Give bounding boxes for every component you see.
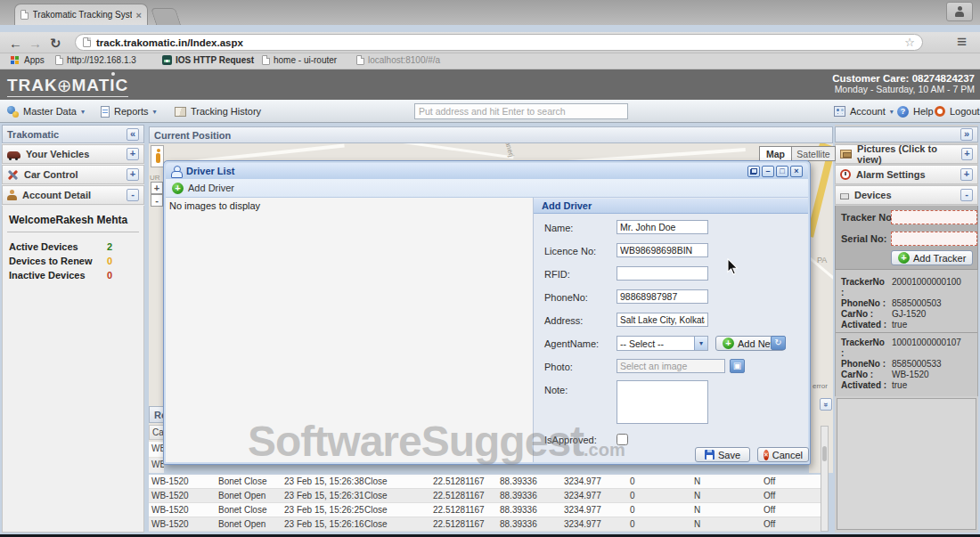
rfid-field[interactable] bbox=[617, 266, 708, 281]
cancel-button[interactable]: ✕ Cancel bbox=[757, 447, 809, 462]
bookmark-item[interactable]: localhost:8100/#/a bbox=[356, 55, 440, 65]
add-tracker-button[interactable]: + Add Tracker bbox=[891, 250, 973, 265]
menu-help[interactable]: ? Help bbox=[897, 103, 934, 119]
new-tab-button[interactable] bbox=[151, 8, 181, 25]
logo-crosshair-icon: ⊕ bbox=[57, 77, 73, 94]
menu-tracking-history[interactable]: Tracking History bbox=[175, 103, 261, 119]
collapse-right-icon[interactable]: » bbox=[960, 128, 973, 141]
tracker-no-label: Tracker No: bbox=[841, 212, 895, 223]
menu-master-data[interactable]: Master Data ▾ bbox=[7, 103, 85, 119]
apps-shortcut[interactable]: Apps bbox=[11, 55, 45, 65]
name-label: Name: bbox=[544, 223, 573, 233]
agent-name-select[interactable]: -- Select -- ▾ bbox=[617, 336, 708, 351]
apps-grid-icon bbox=[11, 56, 14, 60]
bookmark-item[interactable]: http://192.168.1.3 bbox=[55, 55, 136, 65]
empty-panel bbox=[837, 398, 976, 530]
popout-icon[interactable] bbox=[747, 166, 760, 177]
address-field[interactable] bbox=[617, 313, 708, 327]
tools-icon bbox=[7, 169, 19, 181]
tab-close-icon[interactable]: × bbox=[136, 11, 142, 20]
left-sidebar: Trakomatic « Your Vehicles + Car Control… bbox=[2, 125, 144, 533]
browser-tab[interactable]: Trakomatic Tracking Syste × bbox=[14, 4, 148, 25]
alarm-icon bbox=[840, 169, 851, 180]
expand-icon[interactable]: + bbox=[961, 148, 973, 160]
bookmark-item[interactable]: IOS HTTP Request bbox=[162, 55, 254, 65]
map-area[interactable]: anerj bbox=[149, 143, 833, 161]
minimize-icon[interactable]: – bbox=[762, 166, 774, 177]
expand-icon[interactable]: + bbox=[127, 148, 139, 160]
browser-profile-button[interactable] bbox=[946, 2, 973, 21]
lower-panel-header-partial: Re bbox=[149, 406, 164, 423]
grid-cell-partial: WB bbox=[149, 458, 164, 473]
map-view-button[interactable]: Map bbox=[759, 146, 792, 161]
menu-account[interactable]: Account ▾ bbox=[834, 103, 894, 119]
chevron-down-icon: ▾ bbox=[694, 337, 707, 350]
sidebar-item-your-vehicles[interactable]: Your Vehicles + bbox=[2, 144, 144, 164]
pegman-control[interactable] bbox=[151, 145, 164, 167]
collapse-icon[interactable]: - bbox=[960, 189, 973, 201]
table-row[interactable]: WB-1520Bonet Close23 Feb 15, 15:26:38Clo… bbox=[149, 475, 821, 489]
page-icon bbox=[83, 37, 91, 47]
menubar: Master Data ▾ Reports ▾ Tracking History… bbox=[0, 100, 980, 123]
address-bar[interactable]: track.trakomatic.in/Index.aspx ☆ bbox=[75, 34, 923, 51]
screen: Trakomatic Tracking Syste × ← → ↻ track.… bbox=[0, 0, 980, 537]
expand-icon[interactable]: + bbox=[960, 168, 973, 181]
tracker-no-input[interactable] bbox=[891, 210, 977, 224]
stat-value: 0 bbox=[107, 270, 112, 281]
note-field[interactable] bbox=[617, 380, 708, 424]
map-zoom-in-button[interactable]: + bbox=[151, 182, 163, 194]
map-road-label: UR bbox=[150, 174, 160, 182]
menu-reports[interactable]: Reports ▾ bbox=[101, 103, 157, 119]
table-row[interactable]: WB-1520Bonet Open23 Feb 15, 15:26:16Clos… bbox=[149, 517, 821, 532]
scrollbar-thumb[interactable] bbox=[822, 446, 827, 461]
save-button[interactable]: Save bbox=[695, 447, 750, 462]
master-data-icon bbox=[7, 106, 19, 118]
profile-icon bbox=[955, 6, 964, 17]
collapse-icon[interactable]: - bbox=[127, 189, 139, 201]
licence-label: Licence No: bbox=[544, 246, 596, 256]
sidebar-item-car-control[interactable]: Car Control + bbox=[2, 165, 144, 184]
map-search-input[interactable] bbox=[414, 103, 628, 119]
right-sidebar-header: » bbox=[835, 126, 978, 142]
sidebar-item-alarm-settings[interactable]: Alarm Settings + bbox=[835, 165, 978, 184]
add-driver-button[interactable]: Add Driver bbox=[188, 183, 234, 193]
browser-menu-icon[interactable]: ≡ bbox=[957, 32, 967, 52]
photo-field[interactable] bbox=[617, 359, 725, 373]
map-road bbox=[381, 143, 514, 159]
sidebar-item-account-detail[interactable]: Account Detail - bbox=[2, 185, 144, 205]
add-icon: + bbox=[172, 183, 184, 194]
satellite-view-button[interactable]: Satellite bbox=[791, 146, 836, 161]
vertical-scrollbar[interactable] bbox=[821, 426, 829, 532]
licence-field[interactable] bbox=[617, 243, 708, 257]
expand-icon[interactable]: + bbox=[127, 168, 139, 181]
serial-no-input[interactable] bbox=[891, 232, 977, 246]
sidebar-item-pictures[interactable]: Pictures (Click to view) + bbox=[835, 144, 978, 164]
refresh-agents-icon[interactable]: ↻ bbox=[771, 336, 786, 350]
plus-icon: + bbox=[898, 252, 910, 264]
collapse-panel-icon[interactable]: » bbox=[820, 398, 832, 411]
name-field[interactable] bbox=[617, 220, 708, 234]
bookmark-item[interactable]: home - ui-router bbox=[262, 55, 337, 65]
bookmark-star-icon[interactable]: ☆ bbox=[904, 36, 915, 49]
table-row[interactable]: WB-1520Bonet Close23 Feb 15, 15:26:25Clo… bbox=[149, 503, 821, 517]
browse-image-icon[interactable]: ▣ bbox=[730, 359, 745, 373]
phone-field[interactable] bbox=[617, 289, 708, 304]
table-row[interactable]: WB-1520Bonet Open23 Feb 15, 15:26:31Clos… bbox=[149, 489, 821, 503]
close-icon[interactable]: × bbox=[790, 166, 803, 177]
map-error-link[interactable]: error bbox=[813, 382, 828, 390]
tracker-entry[interactable]: TrackerNo20001000000100 : PhoneNo :85850… bbox=[841, 277, 961, 330]
map-zoom-out-button[interactable]: - bbox=[151, 194, 163, 207]
page-favicon bbox=[20, 10, 29, 20]
back-icon[interactable]: ← bbox=[9, 34, 22, 53]
account-icon bbox=[834, 106, 845, 117]
menu-logout[interactable]: Logout bbox=[935, 103, 980, 119]
forward-icon[interactable]: → bbox=[29, 34, 42, 53]
dialog-title-bar[interactable]: Driver List – □ × bbox=[166, 163, 808, 179]
collapse-left-icon[interactable]: « bbox=[127, 128, 139, 141]
maximize-icon[interactable]: □ bbox=[776, 166, 788, 177]
sidebar-item-devices[interactable]: Devices - bbox=[835, 185, 978, 205]
refresh-icon[interactable]: ↻ bbox=[50, 34, 61, 53]
tracker-entry[interactable]: TrackerNo10001000000107 : PhoneNo :85850… bbox=[841, 338, 961, 391]
right-sidebar: » Pictures (Click to view) + Alarm Setti… bbox=[835, 125, 978, 533]
stat-value: 0 bbox=[107, 256, 112, 266]
